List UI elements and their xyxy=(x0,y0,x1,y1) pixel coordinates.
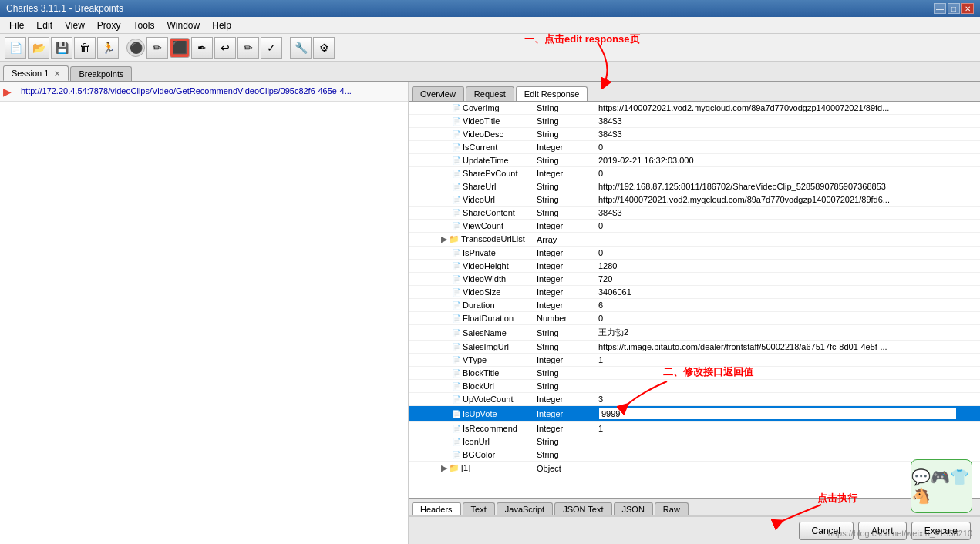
table-row[interactable]: ▶📁TranscodeUrlListArray xyxy=(409,233,980,247)
cell-value[interactable]: 384$3 xyxy=(594,128,980,141)
tab-breakpoints[interactable]: Breakpoints xyxy=(70,66,132,81)
menu-edit[interactable]: Edit xyxy=(30,18,59,32)
bottom-tab-javascript[interactable]: JavaScript xyxy=(497,502,553,515)
cell-value[interactable]: 0 xyxy=(594,312,980,325)
menu-proxy[interactable]: Proxy xyxy=(91,18,127,32)
cell-value[interactable]: http://192.168.87.125:8011/186702/ShareV… xyxy=(594,180,980,193)
table-row[interactable]: 📄SalesNameString王力勃2 xyxy=(409,325,980,341)
cell-value[interactable]: http://1400072021.vod2.myqcloud.com/89a7… xyxy=(594,193,980,207)
maximize-button[interactable]: □ xyxy=(948,3,960,14)
table-row[interactable]: 📄UpdateTimeString2019-02-21 16:32:03.000 xyxy=(409,154,980,167)
toolbar-record2[interactable]: 🏃 xyxy=(97,37,119,59)
table-row[interactable]: 📄BlockUrlString xyxy=(409,380,980,393)
cell-value[interactable] xyxy=(594,448,980,462)
cell-value[interactable] xyxy=(594,462,980,475)
bottom-tab-headers[interactable]: Headers xyxy=(412,502,461,515)
table-row[interactable]: 📄BGColorString xyxy=(409,448,980,462)
cell-value[interactable]: 384$3 xyxy=(594,207,980,220)
toolbar-pencil[interactable]: ✒ xyxy=(191,37,213,59)
bottom-tab-raw[interactable]: Raw xyxy=(655,502,689,515)
cell-value[interactable] xyxy=(594,435,980,448)
cell-value[interactable]: 王力勃2 xyxy=(594,325,980,341)
url-bar[interactable]: http://172.20.4.54:7878/videoClips/Video… xyxy=(15,83,358,99)
table-row[interactable]: 📄SharePvCountInteger0 xyxy=(409,167,980,180)
cell-value[interactable]: 0 xyxy=(594,141,980,154)
toolbar-rewind[interactable]: ↩ xyxy=(214,37,236,59)
toolbar-check[interactable]: ✓ xyxy=(261,37,282,59)
expand-icon[interactable]: ▶ xyxy=(441,234,447,243)
bottom-tab-json-text[interactable]: JSON Text xyxy=(554,502,611,515)
table-row[interactable]: 📄ShareUrlStringhttp://192.168.87.125:801… xyxy=(409,180,980,193)
table-row[interactable]: 📄VideoTitleString384$3 xyxy=(409,115,980,128)
table-row[interactable]: 📄ShareContentString384$3 xyxy=(409,207,980,220)
expand-icon[interactable]: ▶ xyxy=(441,463,447,472)
table-row[interactable]: 📄BlockTitleString xyxy=(409,367,980,380)
tab-request[interactable]: Request xyxy=(466,86,514,101)
toolbar-tools[interactable]: 🔧 xyxy=(290,37,312,59)
cell-value[interactable]: 3406061 xyxy=(594,286,980,299)
cell-value[interactable] xyxy=(594,380,980,393)
cell-value[interactable]: https://t.image.bitauto.com/dealer/front… xyxy=(594,341,980,354)
abort-button[interactable]: Abort xyxy=(858,522,907,540)
table-row[interactable]: 📄IsRecommendInteger1 xyxy=(409,422,980,435)
tab-edit-response[interactable]: Edit Response xyxy=(516,86,588,101)
cell-value[interactable]: 2019-02-21 16:32:03.000 xyxy=(594,154,980,167)
cell-value[interactable]: 0 xyxy=(594,247,980,260)
execute-button[interactable]: Execute xyxy=(911,522,971,540)
table-row[interactable]: 📄IsPrivateInteger0 xyxy=(409,247,980,260)
cell-value[interactable]: 0 xyxy=(594,220,980,233)
menu-view[interactable]: View xyxy=(59,18,91,32)
cell-type: Integer xyxy=(532,273,594,286)
minimize-button[interactable]: — xyxy=(934,3,946,14)
cell-value[interactable]: 1 xyxy=(594,422,980,435)
cancel-button[interactable]: Cancel xyxy=(799,522,854,540)
table-row[interactable]: 📄VideoWidthInteger720 xyxy=(409,273,980,286)
cell-value[interactable]: 1280 xyxy=(594,260,980,273)
toolbar-save[interactable]: 💾 xyxy=(51,37,72,59)
toolbar-settings[interactable]: ⚙ xyxy=(313,37,335,59)
table-row[interactable]: 📄FloatDurationNumber0 xyxy=(409,312,980,325)
menu-file[interactable]: File xyxy=(3,18,30,32)
close-button[interactable]: ✕ xyxy=(961,3,974,14)
cell-value[interactable]: 0 xyxy=(594,167,980,180)
cell-value[interactable]: 6 xyxy=(594,299,980,312)
table-row[interactable]: 📄UpVoteCountInteger3 xyxy=(409,393,980,406)
toolbar-edit[interactable]: ✏ xyxy=(237,37,259,59)
table-row[interactable]: 📄VideoHeightInteger1280 xyxy=(409,260,980,273)
cell-value[interactable] xyxy=(594,367,980,380)
menu-window[interactable]: Window xyxy=(161,18,207,32)
toolbar-pen[interactable]: ✏ xyxy=(146,37,168,59)
cell-value[interactable] xyxy=(594,233,980,247)
toolbar-circle[interactable]: ⚫ xyxy=(126,39,145,57)
table-row[interactable]: 📄VideoDescString384$3 xyxy=(409,128,980,141)
table-row[interactable]: 📄CoverImgStringhttps://1400072021.vod2.m… xyxy=(409,102,980,115)
table-row[interactable]: 📄VideoUrlStringhttp://1400072021.vod2.my… xyxy=(409,193,980,207)
table-row[interactable]: 📄IsUpVoteInteger xyxy=(409,406,980,422)
cell-value[interactable]: 384$3 xyxy=(594,115,980,128)
cell-value[interactable]: https://1400072021.vod2.myqcloud.com/89a… xyxy=(594,102,980,115)
cell-value[interactable] xyxy=(594,406,980,422)
table-row[interactable]: 📄IconUrlString xyxy=(409,435,980,448)
tab-overview[interactable]: Overview xyxy=(412,86,464,101)
cell-value[interactable]: 720 xyxy=(594,273,980,286)
table-row[interactable]: 📄VideoSizeInteger3406061 xyxy=(409,286,980,299)
toolbar-new[interactable]: 📄 xyxy=(5,37,26,59)
toolbar-clear[interactable]: 🗑 xyxy=(74,37,96,59)
toolbar-open[interactable]: 📂 xyxy=(28,37,49,59)
table-row[interactable]: 📄VTypeInteger1 xyxy=(409,354,980,367)
menu-tools[interactable]: Tools xyxy=(127,18,161,32)
bottom-tab-text[interactable]: Text xyxy=(463,502,495,515)
cell-value[interactable]: 3 xyxy=(594,393,980,406)
menu-help[interactable]: Help xyxy=(206,18,237,32)
table-row[interactable]: ▶📁[1]Object xyxy=(409,462,980,475)
tab-session1[interactable]: Session 1 ✕ xyxy=(3,65,69,81)
table-row[interactable]: 📄SalesImgUrlStringhttps://t.image.bitaut… xyxy=(409,341,980,354)
table-row[interactable]: 📄ViewCountInteger0 xyxy=(409,220,980,233)
bottom-tab-json[interactable]: JSON xyxy=(614,502,653,515)
cell-value-input[interactable] xyxy=(598,408,957,420)
table-row[interactable]: 📄DurationInteger6 xyxy=(409,299,980,312)
cell-value[interactable]: 1 xyxy=(594,354,980,367)
tab-session1-close[interactable]: ✕ xyxy=(54,69,60,78)
table-row[interactable]: 📄IsCurrentInteger0 xyxy=(409,141,980,154)
toolbar-red-circle[interactable]: ⬛ xyxy=(170,38,190,58)
